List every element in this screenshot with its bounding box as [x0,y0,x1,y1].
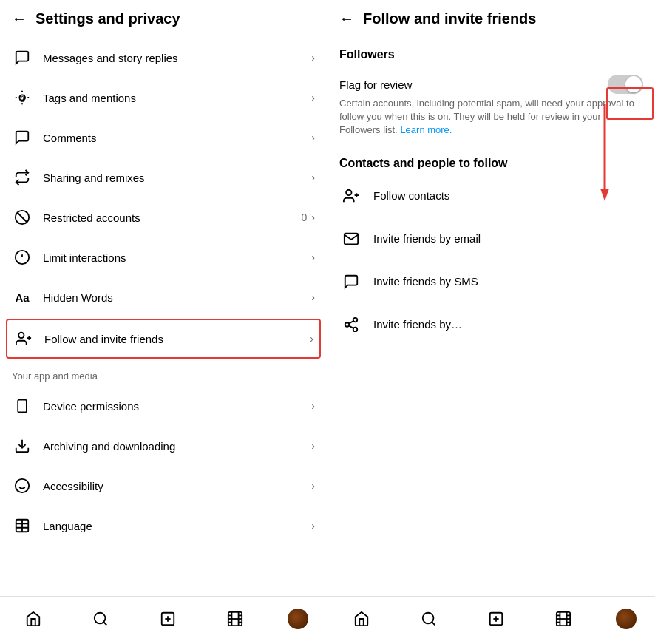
restricted-label: Restricted accounts [43,211,302,224]
svg-text:@: @ [18,94,26,102]
language-label: Language [43,520,311,532]
follow-contacts-label: Follow contacts [373,189,449,202]
svg-line-18 [103,622,106,625]
invite-by-icon [339,313,363,336]
invite-by-item[interactable]: Invite friends by… [328,303,655,346]
settings-menu-list: Messages and story replies › @ Tags and … [0,38,327,596]
svg-point-17 [95,613,106,624]
invite-by-label: Invite friends by… [373,318,462,331]
svg-point-32 [346,189,351,194]
invite-email-item[interactable]: Invite friends by email [328,217,655,260]
menu-item-limit[interactable]: Limit interactions › [0,237,327,277]
right-bottom-nav [328,596,655,644]
menu-item-tags[interactable]: @ Tags and mentions › [0,78,327,118]
messages-label: Messages and story replies [43,52,311,64]
sharing-label: Sharing and remixes [43,172,311,184]
messages-icon [12,47,33,68]
menu-item-accessibility[interactable]: Accessibility › [0,466,327,506]
limit-label: Limit interactions [43,251,311,264]
menu-item-follow[interactable]: Follow and invite friends › [6,319,321,359]
hidden-icon: Aa [12,287,33,308]
restricted-chevron: › [311,211,315,223]
menu-item-language[interactable]: Language › [0,506,327,546]
flag-row-top: Flag for review [339,75,643,94]
follow-chevron: › [310,333,313,345]
left-nav-search[interactable] [86,604,115,634]
left-back-button[interactable]: ← [12,10,27,27]
flag-for-review-desc: Certain accounts, including potential sp… [339,97,643,138]
language-chevron: › [311,520,315,532]
right-panel-title: Follow and invite friends [363,10,536,27]
left-nav-reels[interactable] [220,604,250,634]
invite-sms-label: Invite friends by SMS [373,275,478,288]
invite-sms-item[interactable]: Invite friends by SMS [328,260,655,303]
svg-point-39 [345,322,350,327]
app-media-section-label: Your app and media [0,360,327,386]
right-nav-reels[interactable] [549,604,578,634]
invite-email-icon [339,227,363,251]
svg-point-7 [18,333,24,338]
archive-icon [12,435,33,456]
limit-chevron: › [311,251,315,263]
accessibility-icon [12,475,33,496]
svg-line-44 [432,622,435,625]
tags-label: Tags and mentions [43,92,311,104]
accessibility-chevron: › [311,480,315,492]
follow-contacts-icon [339,184,363,208]
menu-item-archive[interactable]: Archiving and downloading › [0,426,327,466]
restricted-badge: 0 [302,211,308,223]
tags-chevron: › [311,92,315,104]
menu-item-sharing[interactable]: Sharing and remixes › [0,157,327,197]
invite-email-label: Invite friends by email [373,232,481,245]
left-bottom-nav [0,596,327,644]
menu-item-device[interactable]: Device permissions › [0,386,327,426]
hidden-chevron: › [311,291,315,303]
right-nav-home[interactable] [347,604,376,634]
menu-item-restricted[interactable]: Restricted accounts 0 › [0,197,327,237]
followers-section-header: Followers [328,38,655,66]
svg-line-41 [349,325,353,328]
tags-icon: @ [12,87,33,108]
follow-label: Follow and invite friends [44,333,310,345]
sharing-chevron: › [311,172,315,183]
restricted-icon [12,207,33,228]
svg-line-42 [349,321,353,324]
flag-for-review-toggle[interactable] [608,75,643,94]
device-icon [12,396,33,416]
accessibility-label: Accessibility [43,480,311,492]
learn-more-link[interactable]: Learn more. [400,124,452,135]
flag-for-review-label: Flag for review [339,78,608,91]
right-nav-search[interactable] [414,604,444,634]
svg-line-3 [18,213,27,223]
archive-label: Archiving and downloading [43,440,311,453]
menu-item-messages[interactable]: Messages and story replies › [0,38,327,78]
device-label: Device permissions [43,400,311,413]
right-nav-add[interactable] [481,604,511,634]
menu-item-comments[interactable]: Comments › [0,118,327,157]
left-panel: ← Settings and privacy Messages and stor… [0,0,328,644]
contacts-section-header: Contacts and people to follow [328,146,655,174]
left-nav-profile[interactable] [288,609,308,629]
svg-point-43 [422,613,433,624]
comments-label: Comments [43,132,311,144]
left-nav-add[interactable] [153,604,183,634]
messages-chevron: › [311,52,315,64]
right-panel: ← Follow and invite friends Followers Fl… [328,0,655,644]
follow-icon [13,328,34,349]
svg-point-40 [353,327,358,331]
svg-point-13 [16,479,29,492]
sharing-icon [12,167,33,188]
right-content: Followers Flag for review Certain accoun… [328,38,655,596]
archive-chevron: › [311,440,315,452]
comments-chevron: › [311,132,315,143]
follow-contacts-item[interactable]: Follow contacts [328,174,655,217]
right-back-button[interactable]: ← [339,10,354,27]
comments-icon [12,127,33,148]
flag-for-review-row[interactable]: Flag for review Certain accounts, includ… [328,66,655,146]
left-nav-home[interactable] [18,604,48,634]
svg-point-38 [353,317,358,322]
right-nav-profile[interactable] [616,609,637,629]
language-icon [12,515,33,536]
left-panel-title: Settings and privacy [35,10,180,27]
menu-item-hidden[interactable]: Aa Hidden Words › [0,277,327,317]
